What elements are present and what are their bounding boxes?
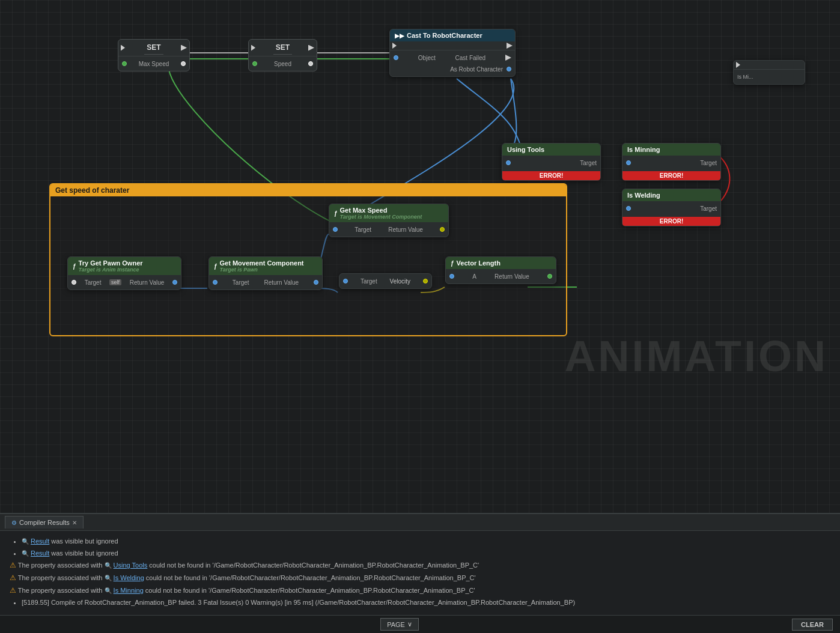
try-get-pawn-title: Try Get Pawn Owner: [79, 259, 143, 267]
cast-arrow: ▶▶: [395, 32, 404, 39]
using-tools-target-pin[interactable]: [506, 160, 511, 165]
partial-exec-row: [734, 61, 805, 70]
search-icon-1: 🔍: [22, 538, 29, 545]
try-get-pawn-row: Target self Return Value: [72, 277, 177, 287]
is-welding-header: Is Welding: [622, 189, 720, 201]
msg-warning-2: ⚠ The property associated with 🔍 Is Weld…: [10, 572, 830, 583]
is-welding-error: ERROR!: [622, 217, 720, 226]
vector-length-row: A Return Value: [449, 271, 552, 281]
is-minning-link[interactable]: Is Minning: [114, 587, 144, 594]
vector-length-header: ƒ Vector Length: [446, 257, 556, 269]
result-link-1[interactable]: Result: [31, 538, 49, 545]
partial-label: Is Mi...: [737, 74, 753, 80]
try-get-pawn-target-pin[interactable]: [72, 280, 76, 285]
try-get-pawn-node[interactable]: ƒ Try Get Pawn Owner Target is Anim Inst…: [67, 256, 181, 290]
set-node-2[interactable]: SET Speed: [248, 39, 317, 71]
msg-warning-3: ⚠ The property associated with 🔍 Is Minn…: [10, 585, 830, 596]
set1-title: SET: [144, 41, 163, 55]
try-get-pawn-subtitle: Target is Anim Instance: [79, 267, 143, 273]
search-icon-2: 🔍: [22, 550, 29, 557]
get-movement-return-pin[interactable]: [314, 280, 318, 285]
using-tools-node[interactable]: Using Tools Target ERROR!: [502, 143, 601, 181]
cast-robot-pin[interactable]: [507, 67, 511, 71]
set1-pin-right[interactable]: [181, 61, 186, 66]
canvas-area[interactable]: SET Max Speed SET Speed ▶▶: [0, 0, 840, 513]
get-max-speed-node[interactable]: ƒ Get Max Speed Target is Movement Compo…: [329, 204, 449, 237]
get-velocity-node[interactable]: Target Velocity: [339, 273, 432, 289]
cast-exec-in[interactable]: [392, 43, 398, 49]
is-welding-target-pin[interactable]: [626, 206, 631, 211]
set1-exec-out[interactable]: [181, 45, 187, 51]
get-movement-header: ƒ Get Movement Component Target is Pawn: [209, 257, 322, 275]
set2-pin-row: Speed: [252, 59, 313, 68]
is-welding-link[interactable]: Is Welding: [114, 574, 144, 581]
using-tools-link[interactable]: Using Tools: [114, 562, 148, 569]
page-button[interactable]: PAGE ∨: [380, 618, 419, 631]
vector-length-a-label: A: [472, 273, 476, 280]
compiler-results-tab[interactable]: ⚙ Compiler Results ✕: [5, 516, 84, 529]
using-tools-header: Using Tools: [502, 144, 600, 156]
cast-failed-pin[interactable]: [505, 55, 511, 61]
get-velocity-row: Target Velocity: [343, 276, 428, 286]
cast-object-row: Object Cast Failed: [394, 53, 511, 62]
clear-button[interactable]: CLEAR: [792, 619, 833, 631]
page-label: PAGE: [387, 621, 405, 628]
get-max-speed-target-pin[interactable]: [333, 227, 338, 232]
try-get-pawn-return-pin[interactable]: [172, 280, 177, 285]
bottom-bar: PAGE ∨ CLEAR: [0, 615, 840, 633]
vector-length-node[interactable]: ƒ Vector Length A Return Value: [445, 256, 556, 284]
using-tools-target-row: Target: [506, 158, 597, 168]
using-tools-title: Using Tools: [507, 146, 544, 153]
get-movement-return-label: Return Value: [264, 279, 299, 286]
cast-object-pin[interactable]: [394, 55, 398, 60]
set2-exec-out[interactable]: [308, 45, 314, 51]
set2-title: SET: [273, 41, 292, 55]
warning-icon-3: ⚠: [10, 586, 16, 595]
is-minning-node[interactable]: Is Minning Target ERROR!: [622, 143, 721, 181]
try-get-pawn-func-icon: ƒ: [73, 263, 76, 270]
get-movement-func-icon: ƒ: [214, 263, 218, 270]
set-node-1[interactable]: SET Max Speed: [118, 39, 190, 71]
result-link-2[interactable]: Result: [31, 550, 49, 557]
set2-pin[interactable]: [252, 61, 257, 66]
get-velocity-return-pin[interactable]: [423, 279, 428, 283]
set1-pin[interactable]: [122, 61, 127, 66]
cast-robot-row: As Robot Character: [394, 64, 511, 74]
try-get-pawn-return-label: Return Value: [130, 279, 165, 286]
cast-title: Cast To RobotCharacter: [407, 32, 482, 39]
cast-exec-row: [390, 41, 515, 50]
try-get-pawn-header: ƒ Try Get Pawn Owner Target is Anim Inst…: [68, 257, 181, 275]
set2-pin-right[interactable]: [308, 61, 313, 66]
vector-length-title: Vector Length: [457, 259, 501, 267]
cast-exec-out[interactable]: [507, 43, 513, 49]
is-minning-target-pin[interactable]: [626, 160, 631, 165]
get-velocity-velocity-label: Velocity: [390, 278, 410, 285]
is-minning-target-label: Target: [700, 160, 717, 166]
is-welding-node[interactable]: Is Welding Target ERROR!: [622, 189, 721, 226]
get-movement-node[interactable]: ƒ Get Movement Component Target is Pawn …: [208, 256, 323, 290]
set1-exec-in[interactable]: [121, 45, 127, 51]
msg-result-1: 🔍 Result was visible but ignored: [22, 536, 830, 547]
get-max-speed-return-label: Return Value: [388, 226, 423, 233]
search-icon-4: 🔍: [105, 575, 112, 581]
cast-header: ▶▶ Cast To RobotCharacter: [390, 29, 515, 41]
compiler-output: 🔍 Result was visible but ignored 🔍 Resul…: [0, 531, 840, 615]
partial-exec-pin[interactable]: [736, 62, 742, 68]
get-movement-target-pin[interactable]: [213, 280, 218, 285]
set2-exec-in[interactable]: [251, 45, 257, 51]
partial-node-right[interactable]: Is Mi...: [733, 60, 805, 85]
cast-node[interactable]: ▶▶ Cast To RobotCharacter Object Cast Fa…: [389, 29, 516, 77]
compiler-tab-close[interactable]: ✕: [72, 519, 77, 526]
is-minning-error: ERROR!: [622, 171, 720, 180]
cast-robot-label: As Robot Character: [450, 66, 503, 73]
msg-result-2: 🔍 Result was visible but ignored: [22, 548, 830, 559]
cast-failed-label: Cast Failed: [455, 55, 486, 61]
vector-length-a-pin[interactable]: [449, 274, 454, 279]
get-movement-title: Get Movement Component: [220, 259, 304, 267]
vector-length-func-icon: ƒ: [451, 260, 454, 267]
get-max-speed-return-pin[interactable]: [440, 227, 445, 232]
set2-pin-label: Speed: [274, 61, 291, 67]
using-tools-target-label: Target: [580, 160, 597, 166]
get-velocity-target-pin[interactable]: [343, 279, 348, 283]
vector-length-return-pin[interactable]: [547, 274, 552, 279]
